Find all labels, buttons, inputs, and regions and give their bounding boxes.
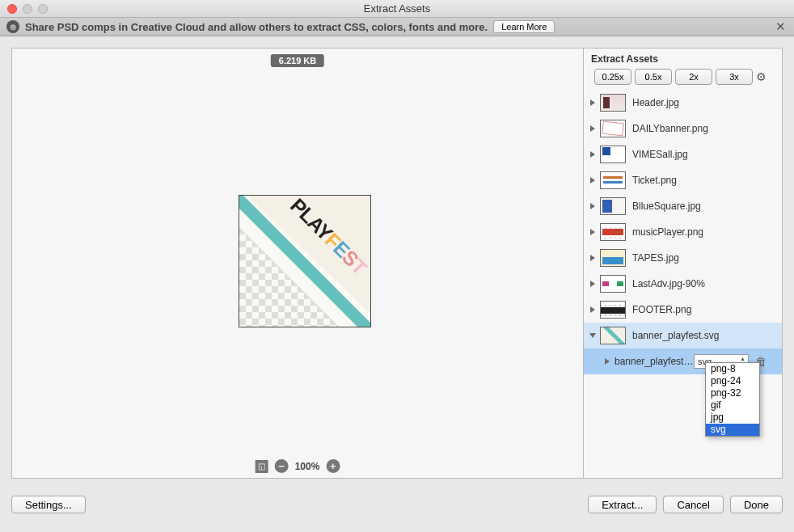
asset-name-label: musicPlayer.png — [632, 226, 775, 238]
disclosure-triangle-icon[interactable] — [590, 151, 595, 158]
asset-name-label: VIMESall.jpg — [632, 149, 775, 160]
asset-name-label: BllueSquare.jpg — [632, 201, 775, 212]
format-option[interactable]: png-8 — [706, 363, 759, 375]
minimize-window-button[interactable] — [23, 4, 32, 14]
asset-thumbnail — [600, 94, 626, 112]
asset-name-label: TAPES.jpg — [632, 252, 775, 264]
asset-thumbnail — [600, 223, 626, 241]
asset-thumbnail — [600, 146, 626, 163]
asset-name-label: FOOTER.png — [632, 304, 775, 315]
asset-thumbnail — [600, 327, 626, 344]
asset-name-label: LastAdv.jpg-90% — [632, 278, 775, 289]
learn-more-button[interactable]: Learn More — [493, 20, 555, 33]
format-option[interactable]: gif — [706, 399, 759, 412]
asset-row[interactable]: Ticket.png — [584, 167, 782, 193]
format-option[interactable]: png-32 — [706, 387, 759, 399]
asset-row[interactable]: Header.jpg — [584, 90, 782, 116]
creative-cloud-icon: ⊚ — [6, 20, 19, 33]
zoom-fit-icon[interactable]: ◱ — [256, 460, 268, 473]
format-dropdown[interactable]: png-8png-24png-32gifjpgsvg — [705, 362, 760, 437]
asset-child-name-label: banner_playfest.svg — [615, 356, 694, 367]
scale-0-5x-button[interactable]: 0.5x — [635, 69, 672, 85]
disclosure-triangle-icon[interactable] — [589, 333, 596, 338]
asset-row[interactable]: BllueSquare.jpg — [584, 193, 782, 219]
extract-button[interactable]: Extract... — [588, 496, 657, 513]
done-button[interactable]: Done — [730, 496, 783, 513]
asset-thumbnail — [600, 120, 626, 137]
zoom-controls: ◱ − 100% + — [256, 459, 340, 473]
dialog-footer: Settings... Extract... Cancel Done — [0, 490, 794, 519]
asset-name-label: Header.jpg — [632, 97, 775, 108]
asset-thumbnail — [600, 197, 626, 215]
disclosure-triangle-icon[interactable] — [605, 358, 610, 365]
asset-row[interactable]: musicPlayer.png — [584, 219, 782, 245]
format-option[interactable]: svg — [706, 424, 759, 436]
scale-2x-button[interactable]: 2x — [675, 69, 712, 85]
scale-0-25x-button[interactable]: 0.25x — [594, 69, 631, 85]
traffic-lights — [0, 4, 48, 14]
asset-preview-image: PLAYFEST — [239, 195, 371, 327]
disclosure-triangle-icon[interactable] — [590, 99, 595, 106]
zoom-in-button[interactable]: + — [326, 459, 340, 473]
format-option[interactable]: jpg — [706, 412, 759, 424]
disclosure-triangle-icon[interactable] — [590, 125, 595, 132]
disclosure-triangle-icon[interactable] — [590, 255, 595, 261]
disclosure-triangle-icon[interactable] — [590, 281, 595, 287]
asset-name-label: DAILYbanner.png — [632, 123, 775, 134]
disclosure-triangle-icon[interactable] — [590, 229, 595, 235]
asset-name-label: Ticket.png — [632, 175, 775, 186]
zoom-out-button[interactable]: − — [275, 459, 289, 473]
assets-header: Extract Assets 0.25x 0.5x 2x 3x ⚙ — [584, 49, 782, 90]
assets-title: Extract Assets — [591, 53, 775, 65]
file-size-badge: 6.219 KB — [271, 54, 324, 67]
main-content: 6.219 KB PLAYFEST ◱ − 100% + Extract Ass… — [0, 36, 794, 490]
zoom-window-button[interactable] — [38, 4, 48, 14]
asset-thumbnail — [600, 171, 626, 189]
asset-list: Header.jpgDAILYbanner.pngVIMESall.jpgTic… — [584, 90, 782, 478]
asset-thumbnail — [600, 275, 626, 293]
asset-thumbnail — [600, 249, 626, 267]
close-banner-icon[interactable]: ✕ — [775, 19, 786, 34]
disclosure-triangle-icon[interactable] — [590, 177, 595, 184]
scale-row: 0.25x 0.5x 2x 3x ⚙ — [591, 65, 775, 90]
asset-row[interactable]: TAPES.jpg — [584, 245, 782, 271]
asset-name-label: banner_playfest.svg — [632, 330, 775, 341]
preview-panel: 6.219 KB PLAYFEST ◱ − 100% + — [11, 48, 584, 479]
cancel-button[interactable]: Cancel — [663, 496, 723, 513]
zoom-level: 100% — [295, 461, 320, 472]
assets-panel: Extract Assets 0.25x 0.5x 2x 3x ⚙ Header… — [584, 48, 783, 479]
info-banner: ⊚ Share PSD comps in Creative Cloud and … — [0, 18, 794, 36]
asset-row[interactable]: VIMESall.jpg — [584, 141, 782, 167]
asset-row-selected-parent[interactable]: banner_playfest.svg — [584, 323, 782, 348]
close-window-button[interactable] — [7, 4, 17, 14]
asset-thumbnail — [600, 301, 626, 319]
window-titlebar: Extract Assets — [0, 0, 794, 18]
asset-row[interactable]: FOOTER.png — [584, 297, 782, 323]
disclosure-triangle-icon[interactable] — [590, 306, 595, 313]
gear-icon[interactable]: ⚙ — [756, 70, 767, 83]
asset-row[interactable]: DAILYbanner.png — [584, 116, 782, 141]
banner-text: Share PSD comps in Creative Cloud and al… — [25, 21, 488, 33]
format-option[interactable]: png-24 — [706, 375, 759, 387]
settings-button[interactable]: Settings... — [11, 496, 86, 513]
window-title: Extract Assets — [364, 2, 430, 15]
asset-row[interactable]: LastAdv.jpg-90% — [584, 271, 782, 297]
disclosure-triangle-icon[interactable] — [590, 203, 595, 209]
scale-3x-button[interactable]: 3x — [716, 69, 753, 85]
